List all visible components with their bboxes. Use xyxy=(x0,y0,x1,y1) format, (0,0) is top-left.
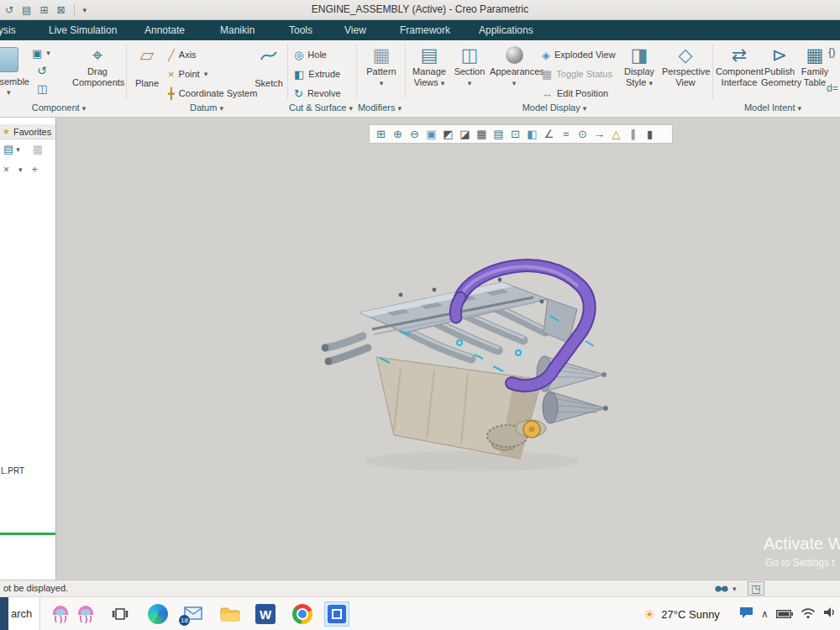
refit-icon[interactable]: ▣ xyxy=(424,128,438,140)
zoom-window-icon[interactable]: ⊞ xyxy=(374,128,388,140)
section-button[interactable]: ◫ Section ▾ xyxy=(452,44,487,89)
saved-orientations-icon[interactable]: ▤ xyxy=(491,128,506,140)
battery-icon[interactable] xyxy=(776,606,793,622)
dropdown-icon[interactable]: ▾ xyxy=(18,165,23,174)
hole-button[interactable]: ◎ Hole xyxy=(294,47,327,62)
stop-icon[interactable]: ▮ xyxy=(643,128,657,140)
graphics-viewport[interactable]: ⊞ ⊕ ⊖ ▣ ◩ ◪ ▦ ▤ ⊡ ◧ ∠ ≈ ⊙ → △ ∥ ▮ xyxy=(56,118,840,580)
tab-live-simulation[interactable]: Live Simulation xyxy=(42,20,123,40)
tab-annotate[interactable]: Annotate xyxy=(138,20,192,40)
datum-display-icon[interactable]: ∠ xyxy=(542,128,556,140)
find-in-model-icon[interactable] xyxy=(714,583,729,596)
repaint-icon[interactable]: ◩ xyxy=(441,128,455,140)
point-label: Point xyxy=(179,69,200,79)
drag-components-button[interactable]: ⌖ Drag Components xyxy=(72,44,123,88)
chat-icon[interactable] xyxy=(739,606,753,622)
drag-mode-icon[interactable]: → xyxy=(592,128,606,140)
component-interface-icon: ⇄ xyxy=(716,44,763,66)
clear-search-icon[interactable]: × xyxy=(3,164,9,176)
group-label-component[interactable]: Component ▾ xyxy=(17,102,101,113)
clip-icon[interactable]: ◪ xyxy=(458,128,472,140)
weather-widget[interactable]: ☀ 27°C Sunny xyxy=(643,597,720,630)
manage-views-icon: ▤ xyxy=(409,44,449,66)
edge-browser-icon[interactable] xyxy=(148,604,168,624)
group-label-modifiers[interactable]: Modifiers ▾ xyxy=(339,102,420,113)
zoom-in-icon[interactable]: ⊕ xyxy=(391,128,405,140)
publish-geometry-icon: ⊳ xyxy=(761,44,798,66)
mail-app-icon[interactable]: 18 xyxy=(184,606,202,623)
assemble-dropdown-icon[interactable]: ▾ xyxy=(7,88,11,97)
point-button[interactable]: × Point ▾ xyxy=(168,66,207,81)
drag-label-2: Components xyxy=(72,77,123,88)
manage-views-button[interactable]: ▤ Manage Views ▾ xyxy=(409,44,449,89)
group-label-datum[interactable]: Datum ▾ xyxy=(165,102,249,113)
display-style-button[interactable]: ◨ Display Style ▾ xyxy=(619,44,659,89)
zoom-out-icon[interactable]: ⊖ xyxy=(407,128,422,140)
annotation-display-icon[interactable]: ≈ xyxy=(559,128,573,140)
repeat-icon[interactable]: ↺ xyxy=(37,64,47,77)
dropdown-icon[interactable]: ▾ xyxy=(16,145,20,154)
model-display-box-icon[interactable]: ◳ xyxy=(748,581,764,596)
coordinate-system-button[interactable]: ╋ Coordinate System xyxy=(168,86,257,101)
status-dropdown-icon[interactable]: ▾ xyxy=(732,585,737,593)
tree-doc-icon[interactable]: ▤ xyxy=(3,143,13,155)
tab-manikin[interactable]: Manikin xyxy=(213,20,261,40)
view-manager-icon[interactable]: ⊡ xyxy=(508,128,522,140)
tab-framework[interactable]: Framework xyxy=(393,20,457,40)
dropdown-icon: ▾ xyxy=(512,79,517,87)
display-style-icon[interactable]: ◧ xyxy=(525,128,539,140)
pattern-button[interactable]: ▦ Pattern ▾ xyxy=(360,44,403,89)
package-icon[interactable]: ◫ xyxy=(37,82,47,95)
ribbon-tab-bar: ysis Live Simulation Annotate Manikin To… xyxy=(0,20,840,40)
overflow-icon-top[interactable]: {) xyxy=(828,45,836,58)
alert-icon[interactable]: △ xyxy=(609,128,623,140)
title-bar: ↺ ▤ ⊞ ⊠ ▾ ENGINE_ASSEMBLY (Active) - Cre… xyxy=(0,0,840,20)
plane-button[interactable]: ▱ Plane xyxy=(129,44,165,89)
add-icon[interactable]: + xyxy=(32,163,39,176)
active-app-icon[interactable] xyxy=(324,601,349,627)
tab-tools[interactable]: Tools xyxy=(282,20,319,40)
file-explorer-icon[interactable] xyxy=(220,606,240,622)
group-label-model-display[interactable]: Model Display ▾ xyxy=(502,102,606,113)
pause-icon[interactable]: ∥ xyxy=(626,128,640,140)
task-view-icon[interactable] xyxy=(112,607,129,621)
group-label-model-intent[interactable]: Model Intent ▾ xyxy=(721,102,825,113)
component-interface-button[interactable]: ⇄ Component Interface xyxy=(716,44,763,88)
perspective-view-button[interactable]: ◇ Perspective View xyxy=(662,44,709,88)
assemble-label[interactable]: ssemble xyxy=(0,76,29,87)
favorites-header[interactable]: ★ Favorites xyxy=(0,124,55,139)
word-app-icon[interactable]: W xyxy=(255,604,276,624)
chrome-browser-icon[interactable] xyxy=(292,604,312,624)
display-style-icon: ◨ xyxy=(619,44,659,66)
component-small-buttons[interactable]: ▣ ▾ xyxy=(32,45,50,60)
axis-button[interactable]: ╱ Axis xyxy=(168,47,197,62)
sun-icon: ☀ xyxy=(643,606,655,622)
publish-geometry-button[interactable]: ⊳ Publish Geometry xyxy=(761,44,798,88)
hidden-icons-chevron[interactable]: ∧ xyxy=(761,608,769,620)
tab-view[interactable]: View xyxy=(338,20,373,40)
jellyfish-app-icon[interactable] xyxy=(50,603,71,625)
appearances-button[interactable]: Appearances ▾ xyxy=(490,44,538,89)
model-tree-item[interactable]: L.PRT xyxy=(1,466,24,475)
favorites-label: Favorites xyxy=(13,127,51,137)
wifi-icon[interactable] xyxy=(801,606,816,622)
extrude-button[interactable]: ◧ Extrude xyxy=(294,66,340,81)
revolve-button[interactable]: ↻ Revolve xyxy=(294,86,341,101)
volume-icon[interactable] xyxy=(823,606,837,622)
sketch-button[interactable]: Sketch xyxy=(250,44,287,89)
jellyfish-app-2-icon[interactable] xyxy=(76,603,96,625)
assemble-icon[interactable] xyxy=(0,47,18,72)
capture-icon[interactable]: ▦ xyxy=(475,128,489,140)
tab-analysis[interactable]: ysis xyxy=(0,20,23,40)
tab-applications[interactable]: Applications xyxy=(472,20,540,40)
overflow-icon-bottom[interactable]: d= xyxy=(827,82,838,94)
sketch-label: Sketch xyxy=(250,78,287,89)
edit-position-button[interactable]: ↔ Edit Position xyxy=(542,86,608,101)
display-style-label-1: Display xyxy=(619,66,659,77)
spin-center-icon[interactable]: ⊙ xyxy=(575,128,590,140)
family-table-icon: ▦ xyxy=(799,44,831,66)
start-button-edge[interactable] xyxy=(0,597,8,630)
activate-windows-watermark: Activate Wi xyxy=(764,534,840,554)
exploded-view-button[interactable]: ◈ Exploded View xyxy=(542,47,616,62)
search-box[interactable]: arch xyxy=(8,597,40,630)
